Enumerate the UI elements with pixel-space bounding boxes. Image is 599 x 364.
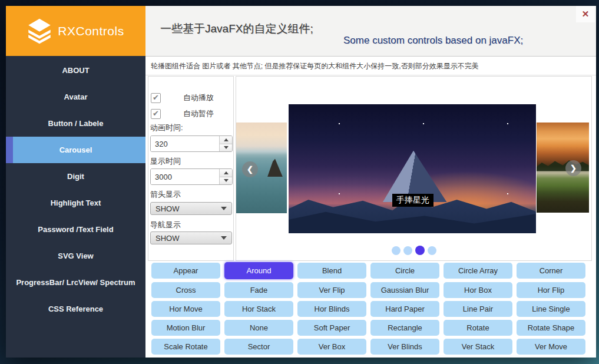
carousel-dot-3[interactable]: [415, 246, 425, 255]
carousel-slide-current: [289, 104, 536, 233]
component-description: 轮播图组件适合 图片或者 其他节点; 但是推荐保证每页的大和组件大小保持一致,否…: [145, 57, 596, 75]
sidebar-menu: ABOUTAvatarButton / LabeleCarouselDigitH…: [6, 57, 145, 322]
chevron-down-icon: [221, 207, 227, 210]
carousel-prev-button[interactable]: ❮: [242, 161, 258, 177]
page-title: 一些基于JavaFX的自定义组件;: [160, 21, 313, 37]
effect-button-scale-rotate[interactable]: Scale Rotate: [151, 339, 220, 355]
sidebar-item-button-labele[interactable]: Button / Labele: [6, 110, 145, 137]
effect-button-ver-box[interactable]: Ver Box: [297, 339, 366, 355]
desktop-background: RXControls ABOUTAvatarButton / LabeleCar…: [0, 0, 599, 364]
effect-button-hor-move[interactable]: Hor Move: [151, 301, 220, 317]
show-time-increment-button[interactable]: [220, 169, 232, 177]
effect-button-hor-box[interactable]: Hor Box: [444, 282, 512, 298]
autoplay-checkbox[interactable]: [151, 93, 161, 103]
layers-icon: [27, 18, 52, 45]
effect-button-rotate[interactable]: Rotate: [444, 320, 512, 336]
autopause-label: 自动暂停: [183, 108, 214, 119]
arrow-up-icon: [224, 138, 229, 141]
anim-time-label: 动画时间:: [150, 123, 183, 133]
sidebar-item-about[interactable]: ABOUT: [6, 57, 145, 84]
effect-button-circle[interactable]: Circle: [370, 263, 439, 279]
show-time-spinner: [150, 168, 233, 185]
autopause-row: 自动暂停: [151, 108, 214, 119]
transition-effects-grid: AppearAroundBlendCircleCircle ArrayCorne…: [151, 263, 585, 355]
show-time-spin-buttons: [219, 169, 232, 184]
anim-time-input[interactable]: [151, 136, 219, 151]
effect-button-line-pair[interactable]: Line Pair: [444, 301, 512, 317]
arrow-display-value: SHOW: [151, 204, 221, 213]
nav-display-label: 导航显示: [150, 220, 181, 230]
effect-button-ver-flip[interactable]: Ver Flip: [297, 282, 366, 298]
autopause-checkbox[interactable]: [151, 109, 161, 119]
sidebar-item-progressbar-lrcview-spectrum[interactable]: ProgressBar/ LrcView/ Spectrum: [6, 269, 145, 296]
effect-button-circle-array[interactable]: Circle Array: [444, 263, 512, 279]
main-area: 一些基于JavaFX的自定义组件; Some custom controls b…: [145, 6, 596, 358]
sidebar-item-carousel[interactable]: Carousel: [6, 137, 145, 163]
effect-button-rectangle[interactable]: Rectangle: [370, 320, 439, 336]
sidebar-item-digit[interactable]: Digit: [6, 163, 145, 190]
arrow-display-select[interactable]: SHOW: [150, 202, 232, 215]
anim-time-decrement-button[interactable]: [220, 144, 232, 152]
effect-button-around[interactable]: Around: [224, 262, 293, 279]
effect-button-ver-move[interactable]: Ver Move: [517, 339, 585, 355]
sidebar: RXControls ABOUTAvatarButton / LabeleCar…: [6, 6, 145, 358]
slide-caption: 手捧星光: [392, 194, 433, 207]
carousel-dots: [236, 246, 591, 255]
effect-button-motion-blur[interactable]: Motion Blur: [151, 320, 220, 336]
effect-button-hard-paper[interactable]: Hard Paper: [370, 301, 439, 317]
effect-button-fade[interactable]: Fade: [224, 282, 293, 298]
arrow-display-label: 箭头显示: [150, 189, 181, 200]
show-time-decrement-button[interactable]: [220, 177, 232, 185]
effect-button-ver-blinds[interactable]: Ver Blinds: [370, 339, 439, 355]
autoplay-row: 自动播放: [151, 92, 214, 103]
sidebar-item-svg-view[interactable]: SVG View: [6, 243, 145, 269]
carousel-dot-2[interactable]: [403, 246, 412, 255]
effect-button-blend[interactable]: Blend: [297, 263, 366, 279]
arrow-down-icon: [224, 179, 229, 182]
carousel-dot-1[interactable]: [392, 246, 401, 255]
carousel-settings-panel: 自动播放 自动暂停 动画时间: 显示时间: [148, 76, 234, 261]
effect-button-line-single[interactable]: Line Single: [517, 301, 585, 317]
sidebar-item-css-reference[interactable]: CSS Reference: [6, 296, 145, 322]
chevron-down-icon: [221, 236, 227, 240]
page-subtitle: Some custom controls based on javaFX;: [343, 35, 523, 47]
arrow-up-icon: [224, 171, 229, 174]
sidebar-item-highlight-text[interactable]: Highlight Text: [6, 190, 145, 216]
effect-button-hor-blinds[interactable]: Hor Blinds: [297, 301, 366, 317]
show-time-label: 显示时间: [150, 156, 181, 167]
effect-button-appear[interactable]: Appear: [151, 263, 220, 279]
effect-button-ver-stack[interactable]: Ver Stack: [444, 339, 512, 355]
arrow-down-icon: [224, 146, 229, 149]
effect-button-none[interactable]: None: [224, 320, 293, 336]
effect-button-cross[interactable]: Cross: [151, 282, 220, 298]
app-logo: RXControls: [6, 6, 145, 56]
anim-time-spinner: [150, 135, 233, 152]
anim-time-increment-button[interactable]: [220, 136, 232, 144]
sidebar-item-avatar[interactable]: Avatar: [6, 84, 145, 110]
sidebar-item-password-text-field[interactable]: Password /Text Field: [6, 216, 145, 243]
carousel-viewer: 手捧星光 ❮ ❯: [236, 76, 592, 261]
close-button[interactable]: ✕: [576, 6, 595, 22]
app-title: RXControls: [58, 24, 124, 38]
carousel-dot-4[interactable]: [428, 246, 436, 255]
effect-button-corner[interactable]: Corner: [517, 263, 585, 279]
nav-display-value: SHOW: [151, 234, 221, 243]
effect-button-hor-flip[interactable]: Hor Flip: [517, 282, 585, 298]
carousel-next-button[interactable]: ❯: [565, 160, 581, 176]
effect-button-gaussian-blur[interactable]: Gaussian Blur: [370, 282, 439, 298]
effect-button-hor-stack[interactable]: Hor Stack: [224, 301, 293, 317]
anim-time-spin-buttons: [219, 136, 232, 151]
autoplay-label: 自动播放: [183, 92, 214, 103]
nav-display-select[interactable]: SHOW: [150, 231, 232, 244]
header: 一些基于JavaFX的自定义组件; Some custom controls b…: [145, 6, 596, 57]
sea-rock-shape: [267, 159, 283, 177]
app-window: RXControls ABOUTAvatarButton / LabeleCar…: [6, 6, 596, 358]
effect-button-rotate-shape[interactable]: Rotate Shape: [517, 320, 585, 336]
show-time-input[interactable]: [151, 169, 219, 184]
effect-button-sector[interactable]: Sector: [224, 339, 293, 355]
effect-button-soft-paper[interactable]: Soft Paper: [297, 320, 366, 336]
